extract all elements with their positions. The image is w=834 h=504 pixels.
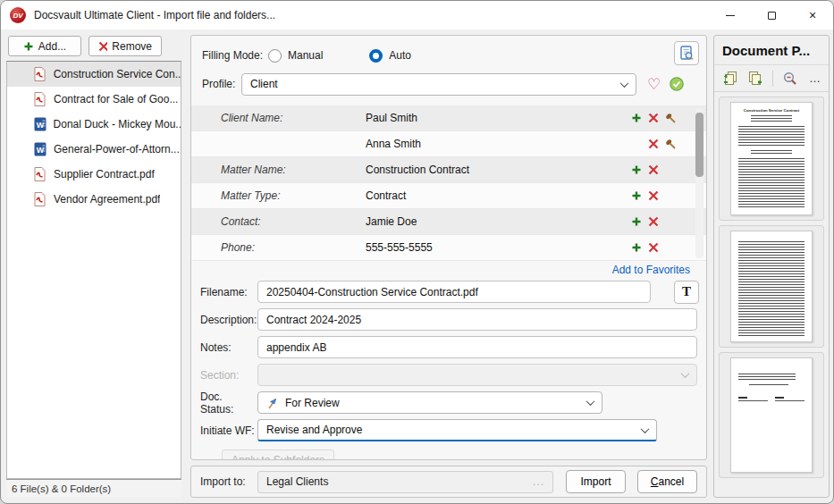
minimize-button[interactable] — [710, 1, 751, 29]
window-controls: × — [710, 1, 833, 29]
field-value[interactable]: Paul Smith — [366, 112, 629, 124]
doc-status-dropdown[interactable]: For Review — [257, 391, 602, 414]
field-value[interactable]: Construction Contract — [366, 164, 629, 176]
import-button[interactable]: Import — [566, 470, 626, 493]
notes-input[interactable] — [257, 336, 697, 358]
file-name: General-Power-of-Attorn... — [54, 143, 180, 155]
file-count-status: 6 File(s) & 0 Folder(s) — [6, 479, 181, 498]
filename-rename-button[interactable]: T — [674, 281, 699, 304]
import-bar: Import to: Legal Clients ... Import Canc… — [190, 466, 707, 498]
profile-dropdown[interactable]: Client — [241, 73, 636, 96]
remove-value-button[interactable] — [646, 163, 661, 177]
remove-value-button[interactable] — [646, 214, 661, 229]
field-value[interactable]: Contract — [366, 189, 629, 202]
x-icon — [648, 242, 659, 253]
import-to-label: Import to: — [200, 475, 257, 488]
close-button[interactable]: × — [792, 1, 833, 29]
lookup-key-button[interactable] — [663, 137, 678, 151]
fields-scrollbar-thumb[interactable] — [695, 113, 703, 177]
remove-value-button[interactable] — [646, 137, 661, 151]
cancel-button[interactable]: Cancel — [637, 470, 697, 493]
plus-icon — [631, 164, 642, 175]
toggle-preview-button[interactable] — [674, 41, 699, 65]
field-value[interactable]: Anna Smith — [366, 138, 629, 150]
radio-manual-circle — [268, 49, 282, 63]
add-files-label: Add... — [38, 40, 66, 53]
previous-page-button[interactable] — [720, 68, 741, 89]
remove-value-button[interactable] — [646, 111, 661, 125]
radio-auto-circle — [369, 49, 383, 63]
preview-toolbar: … — [714, 65, 829, 92]
page-next-icon — [748, 71, 763, 86]
field-value[interactable]: Jamie Doe — [366, 215, 629, 228]
add-to-favorites-link[interactable]: Add to Favorites — [612, 264, 690, 276]
page-thumbnails: Construction Service Contract — [714, 92, 829, 497]
window-title: Docsvault Ultimate Client - Import file … — [34, 9, 275, 21]
page-text-lines — [738, 374, 796, 380]
blue-flag-icon — [266, 397, 279, 409]
add-value-button[interactable] — [629, 214, 644, 229]
browse-folder-button[interactable]: ... — [533, 475, 544, 488]
docsvault-logo-icon: DV — [10, 7, 26, 23]
file-list-item[interactable]: Vendor Agreement.pdf — [7, 187, 181, 212]
file-panel: Add... Remove Construction Service Con..… — [6, 35, 181, 498]
radio-manual-label: Manual — [288, 49, 323, 62]
favorite-heart-icon[interactable]: ♡ — [647, 77, 661, 92]
file-list-item[interactable]: Construction Service Con... — [7, 62, 181, 87]
maximize-icon — [768, 12, 776, 20]
next-page-button[interactable] — [745, 68, 766, 89]
lookup-key-button[interactable] — [663, 111, 678, 125]
file-list-item[interactable]: Donal Duck - Mickey Mou... — [7, 112, 181, 137]
file-name: Supplier Contract.pdf — [54, 168, 155, 181]
plus-icon — [23, 41, 34, 52]
doc-status-label: Doc. Status: — [200, 391, 257, 416]
description-input[interactable] — [257, 308, 697, 331]
initiate-wf-value: Revise and Approve — [266, 424, 642, 436]
zoom-out-button[interactable] — [779, 68, 801, 89]
initiate-wf-dropdown[interactable]: Revise and Approve — [257, 419, 657, 441]
page-text-lines — [751, 115, 792, 123]
pdf-file-icon — [34, 67, 46, 82]
chevron-down-icon — [681, 369, 690, 378]
add-files-button[interactable]: Add... — [8, 36, 81, 56]
page-thumbnail-3[interactable] — [719, 352, 824, 478]
plus-icon — [631, 113, 642, 123]
radio-auto[interactable]: Auto — [369, 49, 411, 63]
page-1-title: Construction Service Contract — [743, 109, 801, 113]
maximize-button[interactable] — [751, 1, 792, 29]
key-icon — [665, 113, 676, 123]
remove-files-button[interactable]: Remove — [88, 36, 162, 56]
field-label: Matter Type: — [191, 189, 366, 202]
page-text-lines — [751, 150, 792, 155]
import-main-area: Filling Mode: Manual Auto Profile: Clien… — [190, 35, 707, 498]
field-label: Client Name: — [191, 112, 366, 124]
field-label: Phone: — [191, 241, 366, 254]
section-label: Section: — [200, 369, 257, 382]
page-thumbnail-2[interactable] — [719, 225, 824, 348]
add-value-button[interactable] — [629, 189, 644, 203]
import-destination-field[interactable]: Legal Clients ... — [257, 471, 553, 493]
profile-label: Profile: — [202, 78, 241, 90]
field-label: Contact: — [191, 215, 366, 228]
x-icon — [98, 41, 107, 52]
file-list-item[interactable]: Supplier Contract.pdf — [7, 162, 181, 187]
remove-value-button[interactable] — [646, 189, 661, 203]
zoom-out-icon — [783, 71, 797, 86]
radio-manual[interactable]: Manual — [268, 49, 323, 63]
filename-input[interactable] — [257, 281, 651, 303]
word-file-icon — [34, 117, 46, 131]
page-thumbnail-1[interactable]: Construction Service Contract — [719, 97, 824, 221]
remove-value-button[interactable] — [646, 240, 661, 255]
file-list-item[interactable]: General-Power-of-Attorn... — [7, 137, 181, 162]
add-value-button[interactable] — [629, 111, 644, 125]
apply-profile-button[interactable] — [670, 77, 685, 92]
add-value-button[interactable] — [629, 240, 644, 255]
document-search-icon — [679, 46, 695, 61]
fields-scrollbar[interactable] — [695, 108, 703, 258]
add-value-button[interactable] — [629, 163, 644, 177]
more-options-button[interactable]: … — [805, 68, 826, 89]
x-icon — [648, 164, 659, 175]
file-list-item[interactable]: Contract for Sale of Goo... — [7, 87, 181, 112]
field-value[interactable]: 555-555-5555 — [366, 241, 629, 254]
signature-lines — [738, 394, 805, 401]
